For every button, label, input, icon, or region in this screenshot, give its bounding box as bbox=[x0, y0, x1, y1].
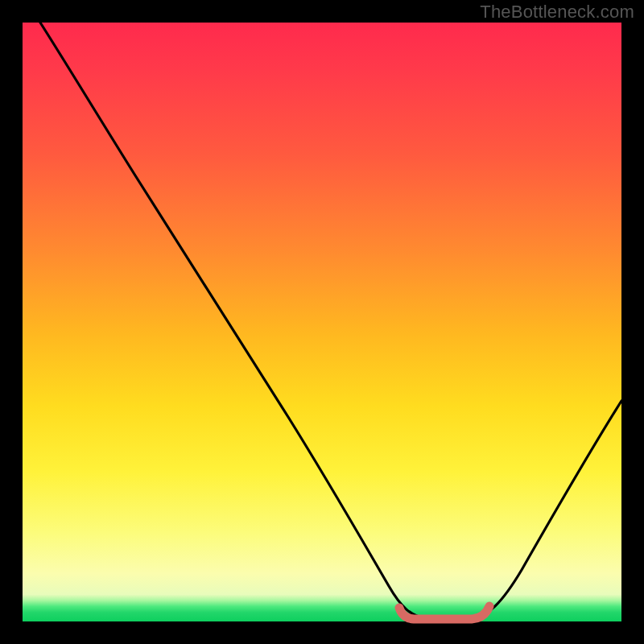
chart-frame: TheBottleneck.com bbox=[0, 0, 644, 644]
curve-layer bbox=[23, 23, 621, 621]
watermark-text: TheBottleneck.com bbox=[480, 2, 634, 23]
bottleneck-curve bbox=[40, 23, 621, 618]
plot-area bbox=[23, 23, 621, 621]
